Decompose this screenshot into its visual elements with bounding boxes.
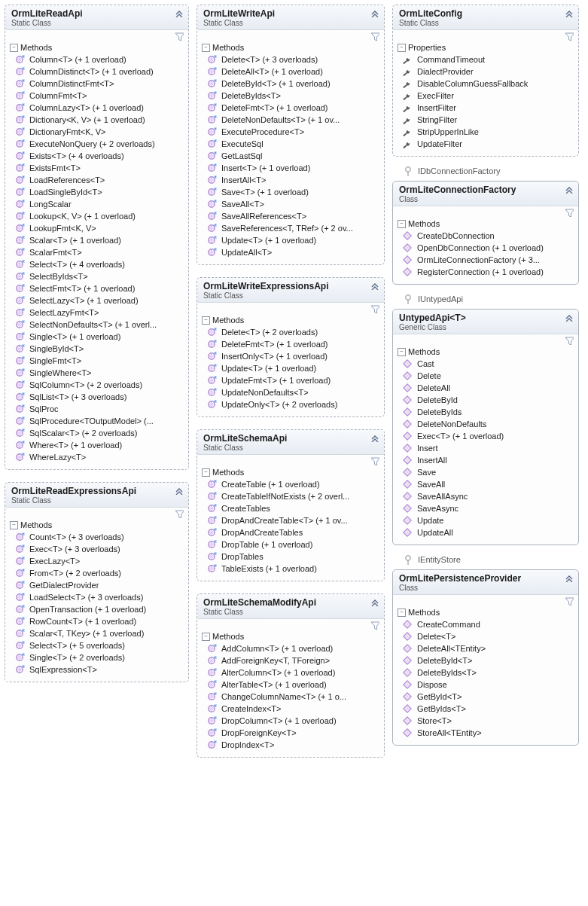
section-header[interactable]: −Methods <box>393 606 578 618</box>
member-item[interactable]: SingleById<T> <box>14 343 185 355</box>
member-item[interactable]: ExecuteNonQuery (+ 2 overloads) <box>14 138 185 150</box>
member-item[interactable]: InsertFilter <box>402 102 575 114</box>
member-item[interactable]: ExecLazy<T> <box>14 555 185 567</box>
member-item[interactable]: RowCount<T> (+ 1 overload) <box>14 615 185 627</box>
member-item[interactable]: GetByIds<T> <box>402 703 575 715</box>
collapse-icon[interactable] <box>175 8 184 19</box>
member-item[interactable]: ColumnDistinct<T> (+ 1 overload) <box>14 66 185 78</box>
member-item[interactable]: Update<T> (+ 1 overload) <box>206 234 381 246</box>
collapse-icon[interactable] <box>565 8 574 19</box>
class-panel-readExprApi[interactable]: OrmLiteReadExpressionsApiStatic Class−Me… <box>5 482 189 682</box>
filter-icon[interactable] <box>370 304 379 313</box>
member-item[interactable]: DictionaryFmt<K, V> <box>14 126 185 138</box>
class-panel-readApi[interactable]: OrmLiteReadApiStatic Class−MethodsColumn… <box>5 5 189 470</box>
member-item[interactable]: OpenDbConnection (+ 1 overload) <box>402 242 575 254</box>
member-item[interactable]: Lookup<K, V> (+ 1 overload) <box>14 210 185 222</box>
member-item[interactable]: SqlProc <box>14 403 185 415</box>
member-item[interactable]: InsertAll<T> <box>206 174 381 186</box>
class-panel-config[interactable]: OrmLiteConfigStatic Class−PropertiesComm… <box>392 5 579 157</box>
member-item[interactable]: UpdateAll <box>402 526 575 538</box>
collapse-icon[interactable] <box>565 573 574 584</box>
member-item[interactable]: DeleteFmt<T> (+ 1 overload) <box>206 102 381 114</box>
collapse-icon[interactable] <box>565 185 574 195</box>
member-item[interactable]: TableExists (+ 1 overload) <box>206 563 381 575</box>
member-item[interactable]: InsertOnly<T> (+ 1 overload) <box>206 350 381 362</box>
member-item[interactable]: DropColumn<T> (+ 1 overload) <box>206 715 381 727</box>
member-item[interactable]: Exec<T> (+ 3 overloads) <box>14 543 185 555</box>
section-toggle-icon[interactable]: − <box>202 316 210 325</box>
section-header[interactable]: −Properties <box>393 41 578 53</box>
collapse-icon[interactable] <box>370 433 379 444</box>
member-item[interactable]: SaveAllAsync <box>402 490 575 502</box>
member-item[interactable]: ChangeColumnName<T> (+ 1 o... <box>206 691 381 703</box>
filter-icon[interactable] <box>370 456 379 465</box>
member-item[interactable]: SaveAll <box>402 478 575 490</box>
section-header[interactable]: −Methods <box>197 313 384 326</box>
section-toggle-icon[interactable]: − <box>398 348 406 356</box>
member-item[interactable]: UpdateFmt<T> (+ 1 overload) <box>206 374 381 386</box>
collapse-icon[interactable] <box>370 597 379 608</box>
member-item[interactable]: DeleteByIds<T> <box>206 90 381 102</box>
member-item[interactable]: SqlProcedure<TOutputModel> (... <box>14 415 185 427</box>
member-item[interactable]: DropAndCreateTables <box>206 526 381 538</box>
member-item[interactable]: SqlColumn<T> (+ 2 overloads) <box>14 379 185 391</box>
member-item[interactable]: SqlExpression<T> <box>14 663 185 676</box>
section-header[interactable]: −Methods <box>5 41 188 53</box>
section-header[interactable]: −Methods <box>197 465 384 478</box>
section-toggle-icon[interactable]: − <box>202 633 210 641</box>
member-item[interactable]: InsertAll <box>402 454 575 466</box>
member-item[interactable]: SelectNonDefaults<T> (+ 1 overl... <box>14 319 185 331</box>
member-item[interactable]: StripUpperInLike <box>402 126 575 138</box>
member-item[interactable]: LoadSelect<T> (+ 3 overloads) <box>14 591 185 603</box>
member-item[interactable]: SaveAll<T> <box>206 198 381 210</box>
filter-icon[interactable] <box>370 621 379 630</box>
section-toggle-icon[interactable]: − <box>398 44 406 52</box>
section-toggle-icon[interactable]: − <box>398 220 406 228</box>
member-item[interactable]: Insert<T> (+ 1 overload) <box>206 162 381 174</box>
member-item[interactable]: CreateDbConnection <box>402 230 575 242</box>
class-panel-persistenceProvider[interactable]: OrmLitePersistenceProviderClass−MethodsC… <box>392 569 579 746</box>
filter-icon[interactable] <box>565 336 574 345</box>
collapse-icon[interactable] <box>370 8 379 19</box>
member-item[interactable]: Delete<T> <box>402 630 575 642</box>
member-item[interactable]: AddColumn<T> (+ 1 overload) <box>206 642 381 654</box>
member-item[interactable]: ExecuteProcedure<T> <box>206 126 381 138</box>
member-item[interactable]: Scalar<T> (+ 1 overload) <box>14 234 185 246</box>
member-item[interactable]: GetDialectProvider <box>14 579 185 591</box>
member-item[interactable]: ColumnDistinctFmt<T> <box>14 78 185 90</box>
member-item[interactable]: Cast <box>402 358 575 370</box>
member-item[interactable]: Exists<T> (+ 4 overloads) <box>14 150 185 162</box>
member-item[interactable]: LongScalar <box>14 198 185 210</box>
member-item[interactable]: ScalarFmt<T> <box>14 246 185 258</box>
filter-icon[interactable] <box>175 32 184 41</box>
class-panel-schemaModifyApi[interactable]: OrmLiteSchemaModifyApiStatic Class−Metho… <box>197 593 385 758</box>
member-item[interactable]: CreateCommand <box>402 618 575 630</box>
member-item[interactable]: UpdateNonDefaults<T> <box>206 386 381 398</box>
member-item[interactable]: Exec<T> (+ 1 overload) <box>402 430 575 442</box>
section-toggle-icon[interactable]: − <box>10 521 18 529</box>
filter-icon[interactable] <box>175 509 184 518</box>
section-header[interactable]: −Methods <box>393 345 578 358</box>
member-item[interactable]: Select<T> (+ 5 overloads) <box>14 639 185 651</box>
member-item[interactable]: Update <box>402 514 575 526</box>
member-item[interactable]: DeleteById<T> <box>402 654 575 667</box>
collapse-icon[interactable] <box>370 281 379 291</box>
member-item[interactable]: StringFilter <box>402 114 575 126</box>
member-item[interactable]: OrmLiteConnectionFactory (+ 3... <box>402 254 575 266</box>
member-item[interactable]: Store<T> <box>402 715 575 727</box>
section-header[interactable]: −Methods <box>197 41 384 53</box>
member-item[interactable]: Update<T> (+ 1 overload) <box>206 362 381 374</box>
member-item[interactable]: AddForeignKey<T, TForeign> <box>206 654 381 667</box>
member-item[interactable]: OpenTransaction (+ 1 overload) <box>14 603 185 615</box>
class-panel-untypedApi[interactable]: UntypedApi<T>Generic Class−MethodsCastDe… <box>392 309 579 545</box>
member-item[interactable]: DeleteById <box>402 394 575 406</box>
filter-icon[interactable] <box>565 208 574 217</box>
member-item[interactable]: DeleteByIds <box>402 406 575 418</box>
section-toggle-icon[interactable]: − <box>10 44 18 52</box>
collapse-icon[interactable] <box>565 313 574 323</box>
member-item[interactable]: CommandTimeout <box>402 53 575 66</box>
member-item[interactable]: SelectByIds<T> <box>14 270 185 282</box>
member-item[interactable]: GetById<T> <box>402 691 575 703</box>
member-item[interactable]: Insert <box>402 442 575 454</box>
member-item[interactable]: ExistsFmt<T> <box>14 162 185 174</box>
